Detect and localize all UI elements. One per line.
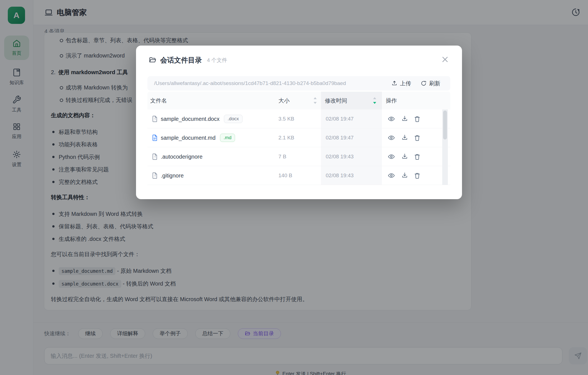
delete-trash-icon[interactable] bbox=[414, 134, 421, 141]
table-row[interactable]: ? sample_document.docx .docx 3.5 KB 02/0… bbox=[147, 109, 450, 128]
file-type-badge: .docx bbox=[224, 115, 243, 123]
preview-eye-icon[interactable] bbox=[388, 115, 395, 122]
file-mtime: 02/08 19:47 bbox=[326, 109, 354, 128]
download-icon[interactable] bbox=[401, 134, 408, 141]
column-header-name[interactable]: 文件名 bbox=[150, 92, 167, 109]
file-name-cell: .gitignore bbox=[161, 166, 184, 185]
table-row[interactable]: ? .gitignore 140 B 02/08 19:43 bbox=[147, 166, 450, 185]
file-name-cell: sample_document.md .md bbox=[161, 128, 235, 147]
file-size: 7 B bbox=[278, 147, 286, 166]
dialog-header: 会话文件目录 4 个文件 bbox=[149, 56, 227, 65]
table-row[interactable]: sample_document.md .md 2.1 KB 02/08 19:4… bbox=[147, 128, 450, 147]
refresh-button[interactable]: 刷新 bbox=[421, 80, 440, 87]
table-header: 文件名 大小 修改时间 操作 bbox=[147, 92, 450, 109]
upload-icon bbox=[391, 80, 397, 86]
dialog-title: 会话文件目录 bbox=[160, 56, 202, 65]
download-icon[interactable] bbox=[401, 172, 408, 179]
upload-button[interactable]: 上传 bbox=[391, 80, 411, 87]
file-name-cell: .autocoderignore bbox=[161, 147, 202, 166]
session-files-dialog: 会话文件目录 4 个文件 /Users/allwefantasy/.ac-aib… bbox=[136, 46, 462, 199]
file-size: 2.1 KB bbox=[278, 128, 294, 147]
preview-eye-icon[interactable] bbox=[388, 134, 395, 141]
table-row[interactable]: ? .autocoderignore 7 B 02/08 19:43 bbox=[147, 147, 450, 166]
file-icon: ? bbox=[151, 166, 159, 185]
file-type-badge: .md bbox=[220, 134, 235, 142]
file-size: 140 B bbox=[278, 166, 292, 185]
session-path-bar: /Users/allwefantasy/.ac-aibot/sessions/1… bbox=[147, 76, 450, 91]
session-path: /Users/allwefantasy/.ac-aibot/sessions/1… bbox=[154, 80, 391, 86]
file-size: 3.5 KB bbox=[278, 109, 294, 128]
table-scrollbar-thumb[interactable] bbox=[443, 111, 447, 139]
download-icon[interactable] bbox=[401, 115, 408, 122]
delete-trash-icon[interactable] bbox=[414, 153, 421, 160]
files-table: 文件名 大小 修改时间 操作 ? sample_document.docx .d… bbox=[147, 92, 450, 185]
file-mtime: 02/08 19:47 bbox=[326, 128, 354, 147]
folder-open-icon bbox=[149, 56, 156, 64]
delete-trash-icon[interactable] bbox=[414, 172, 421, 179]
file-count: 4 个文件 bbox=[207, 57, 227, 64]
preview-eye-icon[interactable] bbox=[388, 172, 395, 179]
sort-icon-size[interactable] bbox=[313, 96, 317, 105]
file-icon bbox=[151, 128, 159, 147]
column-header-actions: 操作 bbox=[386, 92, 397, 109]
file-icon: ? bbox=[151, 147, 159, 166]
column-header-mtime[interactable]: 修改时间 bbox=[325, 92, 347, 109]
sort-icon-mtime-desc-active[interactable] bbox=[373, 96, 377, 105]
download-icon[interactable] bbox=[401, 153, 408, 160]
file-mtime: 02/08 19:43 bbox=[326, 147, 354, 166]
column-header-size[interactable]: 大小 bbox=[278, 92, 290, 109]
file-mtime: 02/08 19:43 bbox=[326, 166, 354, 185]
delete-trash-icon[interactable] bbox=[414, 115, 421, 122]
refresh-icon bbox=[421, 80, 427, 86]
preview-eye-icon[interactable] bbox=[388, 153, 395, 160]
file-name-cell: sample_document.docx .docx bbox=[161, 109, 243, 128]
close-icon[interactable] bbox=[441, 55, 449, 64]
file-icon: ? bbox=[151, 109, 159, 128]
